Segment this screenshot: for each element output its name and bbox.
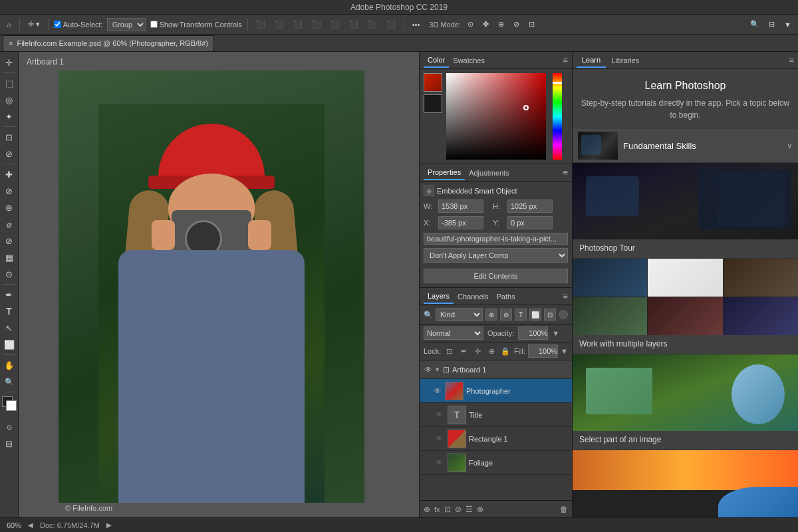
select-part-item[interactable]: Select part of an image [573,354,798,450]
title-visibility[interactable]: 👁 [433,409,445,421]
search-button[interactable]: 🔍 [747,19,762,30]
hand-tool[interactable]: ✋ [1,357,17,373]
edit-contents-button[interactable]: Edit Contents [424,269,568,283]
accordion-header[interactable]: Fundamental Skills ∨ [573,129,798,162]
filter-kind-select[interactable]: Kind [436,308,483,321]
align-middle-btn[interactable]: ⬛ [328,19,342,30]
learn-tab[interactable]: Learn [577,53,606,68]
crop-tool[interactable]: ⊡ [1,129,17,145]
foliage-layer-item[interactable]: 👁 Foliage [420,451,572,475]
align-right-btn[interactable]: ⬛ [291,19,305,30]
y-input[interactable] [507,216,553,229]
eraser-tool[interactable]: ⊘ [1,233,17,249]
title-layer-item[interactable]: 👁 T Title [420,403,572,427]
status-arrow-right[interactable]: ▶ [106,521,112,529]
layer-fx-icon[interactable]: fx [434,505,440,513]
lasso-tool[interactable]: ◎ [1,92,17,108]
opacity-arrow[interactable]: ▼ [552,329,559,337]
layer-comp-select[interactable]: Don't Apply Layer Comp [424,248,568,263]
3d-pan-btn[interactable]: ✤ [480,19,491,30]
show-transform-checkbox[interactable]: Show Transform Controls [150,21,242,29]
3d-walk-btn[interactable]: ⊕ [495,19,507,30]
opacity-input[interactable] [518,327,548,340]
magic-wand-tool[interactable]: ✦ [1,108,17,124]
auto-select-checkbox[interactable]: Auto-Select: [54,21,103,29]
lock-paint-btn[interactable]: ✒ [458,345,469,357]
lock-artboard-btn[interactable]: ⊕ [486,345,497,357]
background-color[interactable] [6,400,17,411]
artboard-group-header[interactable]: 👁 ▾ ⊡ Artboard 1 [420,360,572,379]
work-with-layers-item[interactable]: Work with multiple layers [573,259,798,354]
align-top-btn[interactable]: ⬛ [309,19,324,30]
layers-tab[interactable]: Layers [424,289,454,304]
learn-menu-icon[interactable]: ≡ [789,55,794,65]
rectangle1-layer-item[interactable]: 👁 Rectangle 1 [420,427,572,451]
hue-slider[interactable] [553,73,562,160]
foreground-swatch[interactable] [424,73,442,92]
3d-slide-btn[interactable]: ⊘ [511,19,522,30]
screen-mode-tool[interactable]: ⊟ [1,436,17,452]
libraries-tab[interactable]: Libraries [606,54,644,67]
filter-smartobject-btn[interactable]: ⊡ [544,309,556,321]
shape-tool[interactable]: ⬜ [1,336,17,352]
align-center-btn[interactable]: ⬛ [272,19,287,30]
dodge-tool[interactable]: ⊙ [1,266,17,282]
fill-arrow[interactable]: ▼ [561,347,568,355]
filter-pixel-btn[interactable]: ⊕ [485,309,497,321]
saturation-value-picker[interactable] [446,73,546,160]
distribute-spacing-btn[interactable]: ⬛ [384,19,398,30]
color-picker-gradient[interactable] [446,73,546,160]
move-tool-button[interactable]: ✛ ▾ [25,19,43,30]
status-arrow-left[interactable]: ◀ [28,521,33,529]
path-selection-tool[interactable]: ↖ [1,320,17,336]
layers-menu-icon[interactable]: ≡ [563,291,568,301]
zoom-tool[interactable]: 🔍 [1,374,17,390]
gradient-tool[interactable]: ▦ [1,249,17,265]
photographer-visibility[interactable]: 👁 [433,386,442,396]
layer-new-icon[interactable]: ⊕ [477,505,483,514]
layer-adjustment-icon[interactable]: ⊘ [455,505,462,514]
adjustments-tab[interactable]: Adjustments [465,166,513,180]
lock-all-btn[interactable]: 🔒 [500,345,511,357]
brush-tool[interactable]: ⊘ [1,183,17,199]
healing-tool[interactable]: ✚ [1,166,17,182]
w-input[interactable] [438,200,483,213]
eyedropper-tool[interactable]: ⊘ [1,146,17,162]
foliage-visibility[interactable]: 👁 [433,457,445,469]
layer-mask-item[interactable]: Use a layer mask to add an object to an … [573,450,798,517]
3d-scale-btn[interactable]: ⊡ [526,19,537,30]
clone-tool[interactable]: ⊕ [1,200,17,215]
filter-shape-btn[interactable]: ⬜ [529,309,541,321]
workspace-button[interactable]: ⊟ [766,19,777,30]
fill-input[interactable] [528,344,558,358]
properties-menu-icon[interactable]: ≡ [563,168,568,178]
blend-mode-select[interactable]: Normal [424,327,483,340]
rectangle1-visibility[interactable]: 👁 [433,433,445,445]
history-brush-tool[interactable]: ⌀ [1,216,17,232]
distribute-btn[interactable]: ⬛ [365,19,380,30]
swatches-tab[interactable]: Swatches [449,54,489,67]
color-panel-menu-icon[interactable]: ≡ [563,55,568,65]
properties-tab[interactable]: Properties [424,166,465,180]
expand-button[interactable]: ▼ [781,19,794,30]
3d-orbit-btn[interactable]: ⊙ [465,19,476,30]
artboard-expand-icon[interactable]: ▾ [436,366,439,373]
photographer-layer-item[interactable]: 👁 Photographer [420,379,572,403]
marquee-tool[interactable]: ⬚ [1,75,17,91]
x-input[interactable] [438,216,483,229]
layer-link-icon[interactable]: ⊕ [424,505,430,514]
artboard-visibility-toggle[interactable]: 👁 [422,364,434,376]
h-input[interactable] [507,200,553,213]
photoshop-tour-item[interactable]: Photoshop Tour [573,163,798,259]
layer-mask-icon[interactable]: ⊡ [444,505,451,514]
paths-tab[interactable]: Paths [493,290,519,303]
pen-tool[interactable]: ✒ [1,287,17,303]
document-tab[interactable]: × FileInfo.com Example.psd @ 60% (Photog… [3,35,214,51]
layer-group-icon[interactable]: ☰ [466,505,473,514]
color-tab[interactable]: Color [424,53,449,68]
layer-delete-icon[interactable]: 🗑 [560,505,568,514]
auto-select-type[interactable]: Group [107,18,146,31]
filter-type-btn[interactable]: T [515,309,527,321]
filter-adjustment-btn[interactable]: ⊘ [500,309,512,321]
lock-position-btn[interactable]: ✛ [472,345,483,357]
